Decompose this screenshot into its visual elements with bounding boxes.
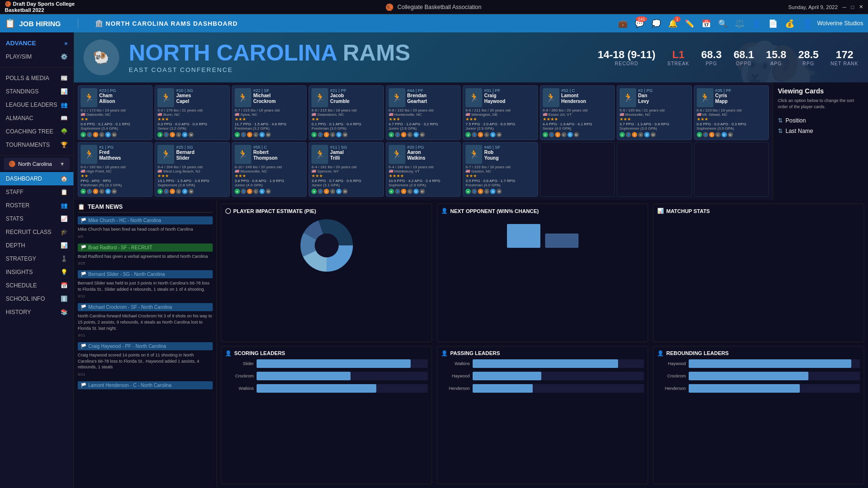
icon-profile[interactable]: 👤	[549, 132, 554, 137]
icon-blue[interactable]: B	[182, 189, 187, 194]
icon-active[interactable]: ●	[697, 132, 702, 137]
news-headline[interactable]: 🏳️ Brad Radford - SF - RECRUIT	[78, 244, 213, 252]
icon-stats[interactable]: S	[401, 189, 406, 194]
icon-chart[interactable]: C	[484, 189, 489, 194]
icon-blue[interactable]: B	[413, 132, 419, 137]
sort-lastname[interactable]: ⇅ Last Name	[778, 126, 863, 136]
icon-chart[interactable]: C	[407, 132, 413, 137]
icon-misc[interactable]: M	[496, 132, 502, 137]
icon-active[interactable]: ●	[157, 132, 163, 137]
sidebar-item-depth[interactable]: DEPTH 📊	[0, 239, 73, 252]
sidebar-item-leagueleaders[interactable]: LEAGUE LEADERS 👥	[0, 98, 73, 112]
icon-stats[interactable]: S	[324, 189, 329, 194]
icon-misc[interactable]: M	[728, 132, 733, 137]
icon-stats[interactable]: S	[632, 132, 637, 137]
player-card[interactable]: 🏃 #55 | C RobertThompson 6-10 / 249 lbs …	[232, 142, 307, 197]
icon-active[interactable]: ●	[157, 189, 163, 194]
icon-profile[interactable]: 👤	[472, 132, 477, 137]
icon-misc[interactable]: M	[188, 189, 194, 194]
icon-chart[interactable]: C	[561, 132, 567, 137]
icon-misc[interactable]: M	[266, 132, 271, 137]
icon-blue[interactable]: B	[413, 189, 419, 194]
icon-chart[interactable]: C	[253, 189, 258, 194]
person-icon[interactable]: 👤	[752, 19, 761, 28]
sidebar-item-tournaments[interactable]: TOURNAMENTS 🏆	[0, 138, 73, 152]
icon-misc[interactable]: M	[342, 132, 348, 137]
briefcase-icon[interactable]: 💼	[618, 19, 628, 28]
icon-stats[interactable]: S	[170, 189, 175, 194]
icon-chart[interactable]: C	[715, 132, 721, 137]
calendar-icon[interactable]: 📅	[702, 19, 711, 28]
icon-chart[interactable]: C	[99, 132, 104, 137]
edit-icon[interactable]: ✏️	[685, 19, 694, 28]
icon-profile[interactable]: 👤	[87, 132, 92, 137]
icon-profile[interactable]: 👤	[241, 132, 246, 137]
player-card[interactable]: 🏃 #35 | PF CyrisMapp 6-8 / 223 lbs / 19 …	[694, 85, 769, 140]
icon-blue[interactable]: B	[490, 132, 496, 137]
icon-misc[interactable]: M	[420, 189, 425, 194]
sidebar-item-recruitclass[interactable]: RECRUIT CLASS 🎓	[0, 225, 73, 239]
icon-active[interactable]: ●	[235, 189, 240, 194]
icon-profile[interactable]: 👤	[472, 189, 477, 194]
sidebar-item-dashboard[interactable]: DASHBOARD 🏠	[0, 172, 73, 185]
player-card[interactable]: 🏃 #23 | PG ChamAllison 6-1 / 172 lbs / 1…	[78, 85, 153, 140]
bell-icon[interactable]: 🔔 1	[668, 19, 678, 28]
player-card[interactable]: 🏃 #25 | SG BernardSlider 6-4 / 204 lbs /…	[155, 142, 229, 197]
icon-misc[interactable]: M	[651, 132, 656, 137]
icon-stats[interactable]: S	[478, 189, 483, 194]
icon-chart[interactable]: C	[253, 132, 258, 137]
sidebar-item-stats[interactable]: STATS 📈	[0, 212, 73, 225]
icon-chart[interactable]: C	[176, 189, 181, 194]
icon-misc[interactable]: M	[188, 132, 194, 137]
scale-icon[interactable]: ⚖️	[735, 19, 744, 28]
close-btn[interactable]: ✕	[859, 4, 863, 10]
icon-misc[interactable]: M	[112, 132, 117, 137]
player-card[interactable]: 🏃 #11 | SG JamalTrilli 6-4 / 181 lbs / 2…	[309, 142, 383, 197]
icon-active[interactable]: ●	[389, 189, 394, 194]
icon-stats[interactable]: S	[93, 132, 98, 137]
maximize-btn[interactable]: □	[851, 4, 854, 10]
icon-profile[interactable]: 👤	[318, 132, 323, 137]
news-headline[interactable]: 🏳️ Mike Church - HC - North Carolina	[78, 216, 213, 224]
player-card[interactable]: 🏃 #10 | SG JamesCapel 6-0 / 176 lbs / 21…	[155, 85, 229, 140]
icon-profile[interactable]: 👤	[318, 189, 323, 194]
sidebar-item-schedule[interactable]: SCHEDULE 📅	[0, 279, 73, 292]
icon-blue[interactable]: B	[259, 189, 265, 194]
coin-icon[interactable]: 💰	[785, 19, 795, 28]
icon-misc[interactable]: M	[112, 189, 117, 194]
icon-blue[interactable]: B	[105, 132, 111, 137]
icon-misc[interactable]: M	[496, 189, 502, 194]
sidebar-item-strategy[interactable]: STRATEGY ♟️	[0, 252, 73, 265]
team-selector[interactable]: 🏀 North Carolina ▼	[4, 158, 70, 170]
messages-icon[interactable]: 💬 141	[635, 19, 644, 28]
sort-position[interactable]: ⇅ Position	[778, 115, 863, 126]
sidebar-item-insights[interactable]: INSIGHTS 💡	[0, 265, 73, 279]
sidebar-item-standings[interactable]: STANDINGS 📊	[0, 85, 73, 98]
icon-active[interactable]: ●	[465, 132, 471, 137]
icon-stats[interactable]: S	[709, 132, 714, 137]
sidebar-item-polls[interactable]: POLLS & MEDIA 📰	[0, 71, 73, 85]
icon-profile[interactable]: 👤	[164, 189, 169, 194]
sidebar-item-coachingtree[interactable]: COACHING TREE 🌳	[0, 125, 73, 138]
icon-blue[interactable]: B	[568, 132, 573, 137]
icon-blue[interactable]: B	[336, 132, 341, 137]
icon-profile[interactable]: 👤	[395, 189, 400, 194]
icon-active[interactable]: ●	[465, 189, 471, 194]
player-card[interactable]: 🏃 #2 | PG DanLevy 5-8 / 165 lbs / 21 yea…	[617, 85, 692, 140]
icon-chart[interactable]: C	[176, 132, 181, 137]
icon-misc[interactable]: M	[342, 189, 348, 194]
news-headline[interactable]: 🏳️ Craig Haywood - PF - North Carolina	[78, 342, 213, 350]
icon-active[interactable]: ●	[81, 189, 86, 194]
icon-blue[interactable]: B	[182, 132, 187, 137]
icon-chart[interactable]: C	[330, 189, 335, 194]
news-headline[interactable]: 🏳️ Lamont Henderson - C - North Carolina	[78, 381, 213, 389]
sidebar-item-advance[interactable]: ADVANCE »	[0, 36, 73, 50]
icon-active[interactable]: ●	[311, 132, 317, 137]
player-card[interactable]: 🏃 #44 | PF BrendanGearhart 6-8 / 192 lbs…	[386, 85, 461, 140]
sidebar-item-staff[interactable]: STAFF 📋	[0, 185, 73, 199]
news-headline[interactable]: 🏳️ Bernard Slider - SG - North Carolina	[78, 270, 213, 278]
icon-profile[interactable]: 👤	[164, 132, 169, 137]
icon-chart[interactable]: C	[99, 189, 104, 194]
icon-active[interactable]: ●	[389, 132, 394, 137]
player-card[interactable]: 🏃 #52 | C LamontHenderson 6-8 / 260 lbs …	[540, 85, 615, 140]
